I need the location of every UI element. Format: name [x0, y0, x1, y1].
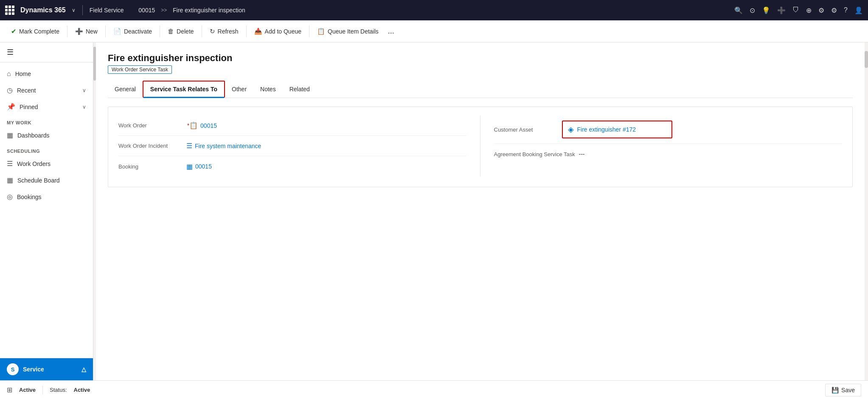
deactivate-button[interactable]: 📄 Deactivate — [109, 25, 156, 38]
content-scrollbar[interactable] — [865, 42, 868, 380]
circle-add-icon[interactable]: ⊕ — [806, 6, 812, 14]
customer-asset-icon: ◈ — [568, 125, 574, 134]
sidebar-home-label: Home — [15, 70, 31, 77]
tab-service-task-relates-to[interactable]: Service Task Relates To — [143, 81, 225, 98]
sidebar-bookings-label: Bookings — [17, 194, 42, 200]
service-avatar: S — [7, 363, 19, 375]
toolbar-divider-4 — [202, 25, 202, 37]
sidebar-dashboards-label: Dashboards — [17, 132, 50, 139]
sidebar-item-dashboards[interactable]: ▦ Dashboards — [0, 127, 93, 143]
tab-related[interactable]: Related — [283, 81, 317, 98]
nav-module[interactable]: Field Service — [90, 7, 124, 14]
form-row-agreement-booking: Agreement Booking Service Task --- — [494, 144, 843, 164]
dashboards-icon: ▦ — [7, 131, 13, 139]
top-nav-icons: 🔍 ⊙ 💡 ➕ ⛉ ⊕ ⚙ ⚙ ? 👤 — [734, 6, 863, 14]
bookings-icon: ◎ — [7, 193, 13, 201]
customer-asset-value[interactable]: ◈ Fire extinguisher #172 — [562, 121, 672, 138]
form-grid: Work Order * 📋 00015 Work Order Incident — [118, 115, 842, 177]
my-work-section: My Work — [0, 115, 93, 127]
sidebar-item-home[interactable]: ⌂ Home — [0, 66, 93, 82]
lightbulb-icon[interactable]: 💡 — [762, 6, 770, 14]
breadcrumb-separator — [130, 7, 133, 13]
sidebar-scrollbar[interactable] — [93, 42, 96, 380]
work-order-incident-value[interactable]: ☰ Fire system maintenance — [186, 142, 261, 150]
help-icon[interactable]: ? — [844, 6, 848, 14]
save-button[interactable]: 💾 Save — [825, 384, 861, 396]
search-icon[interactable]: 🔍 — [734, 6, 743, 14]
work-order-incident-icon: ☰ — [186, 142, 192, 150]
toolbar-divider-3 — [160, 25, 160, 37]
tab-notes[interactable]: Notes — [253, 81, 283, 98]
user-icon[interactable]: 👤 — [854, 6, 863, 14]
queue-item-details-button[interactable]: 📋 Queue Item Details — [313, 25, 383, 38]
sidebar-work-orders-label: Work Orders — [17, 160, 51, 167]
sidebar-item-bookings[interactable]: ◎ Bookings — [0, 188, 93, 205]
agreement-booking-label: Agreement Booking Service Task — [494, 151, 579, 157]
sidebar-schedule-board-label: Schedule Board — [17, 177, 60, 184]
expand-icon[interactable]: ⊞ — [7, 386, 12, 394]
content-area: Fire extinguisher inspection Work Order … — [96, 42, 868, 380]
tab-general[interactable]: General — [108, 81, 143, 98]
work-order-incident-label: Work Order Incident — [118, 143, 186, 149]
toolbar-divider-5 — [246, 25, 247, 37]
agreement-booking-value: --- — [579, 151, 585, 157]
refresh-icon: ↻ — [210, 28, 215, 35]
add-to-queue-button[interactable]: 📥 Add to Queue — [250, 25, 306, 38]
status-divider — [42, 386, 43, 394]
sidebar-top: ☰ — [0, 42, 93, 62]
booking-value[interactable]: ▦ 00015 — [186, 163, 212, 171]
hamburger-button[interactable]: ☰ — [7, 48, 14, 57]
add-icon[interactable]: ➕ — [777, 6, 786, 14]
delete-icon: 🗑 — [168, 28, 174, 35]
booking-label: Booking — [118, 163, 186, 170]
brand-chevron-icon[interactable]: ∨ — [72, 7, 76, 13]
work-order-label: Work Order — [118, 122, 186, 129]
sidebar-scrollbar-thumb[interactable] — [93, 47, 96, 81]
record-type-badge: Work Order Service Task — [108, 65, 172, 74]
sidebar-item-work-orders[interactable]: ☰ Work Orders — [0, 155, 93, 172]
form-row-booking: Booking ▦ 00015 — [118, 156, 466, 177]
settings-icon[interactable]: ⚙ — [831, 6, 837, 14]
tasks-icon[interactable]: ⊙ — [750, 6, 755, 14]
toolbar: ✔ Mark Complete ➕ New 📄 Deactivate 🗑 Del… — [0, 20, 868, 42]
pinned-chevron-icon: ∨ — [82, 104, 86, 110]
mark-complete-button[interactable]: ✔ Mark Complete — [7, 25, 64, 38]
filter-icon[interactable]: ⛉ — [792, 6, 799, 14]
sidebar-item-pinned[interactable]: 📌 Pinned ∨ — [0, 98, 93, 115]
more-options-button[interactable]: ... — [385, 25, 398, 37]
breadcrumb-chevrons: >> — [161, 7, 167, 13]
status-value: Active — [74, 387, 90, 393]
status-label: Status: — [50, 387, 67, 393]
form-row-work-order: Work Order * 📋 00015 — [118, 115, 466, 136]
content-inner: Fire extinguisher inspection Work Order … — [96, 42, 865, 380]
work-order-field-icon: 📋 — [189, 121, 198, 129]
sidebar-service-item[interactable]: S Service △ — [0, 358, 93, 380]
tab-other[interactable]: Other — [225, 81, 253, 98]
form-col-right: Customer Asset ◈ Fire extinguisher #172 … — [480, 115, 843, 177]
form-row-customer-asset: Customer Asset ◈ Fire extinguisher #172 — [494, 115, 843, 144]
sidebar-item-schedule-board[interactable]: ▦ Schedule Board — [0, 172, 93, 188]
toolbar-divider-6 — [309, 25, 309, 37]
schedule-board-icon: ▦ — [7, 176, 13, 184]
delete-button[interactable]: 🗑 Delete — [163, 25, 198, 37]
content-scrollbar-thumb[interactable] — [865, 51, 868, 68]
gear-icon[interactable]: ⚙ — [818, 6, 824, 14]
breadcrumb-id[interactable]: 00015 — [138, 7, 155, 14]
nav-divider — [82, 5, 83, 15]
main-layout: ☰ ⌂ Home ◷ Recent ∨ 📌 Pinned ∨ My Work ▦… — [0, 42, 868, 380]
new-button[interactable]: ➕ New — [71, 25, 102, 38]
service-chevron-icon: △ — [81, 366, 86, 373]
form-row-work-order-incident: Work Order Incident ☰ Fire system mainte… — [118, 136, 466, 156]
refresh-button[interactable]: ↻ Refresh — [205, 25, 243, 38]
sidebar-bottom: S Service △ — [0, 358, 93, 380]
page-title: Fire extinguisher inspection — [108, 53, 853, 64]
tabs-container: General Service Task Relates To Other No… — [108, 81, 853, 98]
status-bar: ⊞ Active Status: Active 💾 Save — [0, 380, 868, 399]
work-order-value[interactable]: 📋 00015 — [189, 121, 217, 129]
active-badge: Active — [19, 387, 36, 393]
sidebar-nav: ⌂ Home ◷ Recent ∨ 📌 Pinned ∨ My Work ▦ D… — [0, 62, 93, 358]
queue-details-icon: 📋 — [317, 28, 325, 35]
waffle-icon[interactable] — [5, 6, 14, 15]
recent-chevron-icon: ∨ — [82, 87, 86, 93]
sidebar-item-recent[interactable]: ◷ Recent ∨ — [0, 82, 93, 98]
